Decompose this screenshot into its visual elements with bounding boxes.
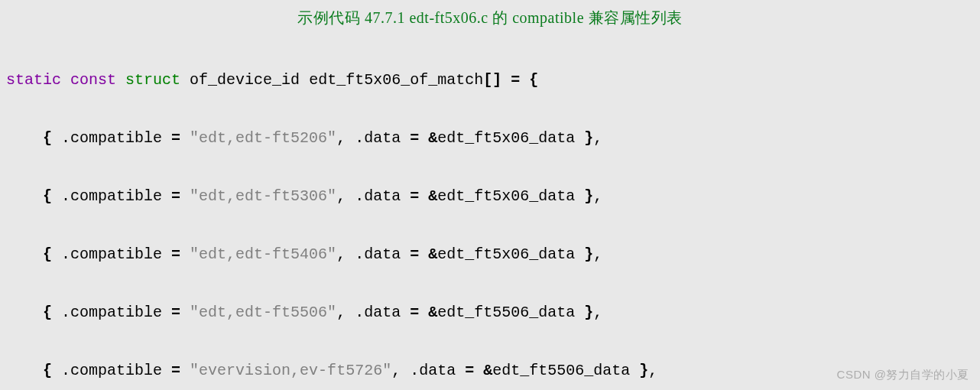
code-line-entry: { .compatible = "edt,edt-ft5206", .data …	[6, 124, 974, 153]
type-name: of_device_id	[190, 71, 300, 89]
var-name: edt_ft5x06_of_match	[309, 71, 483, 89]
code-line-entry: { .compatible = "evervision,ev-ft5726", …	[6, 356, 974, 385]
code-line-decl: static const struct of_device_id edt_ft5…	[6, 66, 974, 95]
code-line-entry: { .compatible = "edt,edt-ft5406", .data …	[6, 240, 974, 269]
code-block: static const struct of_device_id edt_ft5…	[6, 37, 974, 390]
code-line-entry: { .compatible = "edt,edt-ft5306", .data …	[6, 182, 974, 211]
kw-const: const	[70, 71, 116, 89]
code-line-entry: { .compatible = "edt,edt-ft5506", .data …	[6, 298, 974, 327]
kw-struct: struct	[125, 71, 180, 89]
brackets: []	[483, 71, 501, 89]
eq-sign: =	[501, 71, 529, 89]
code-caption: 示例代码 47.7.1 edt-ft5x06.c 的 compatible 兼容…	[6, 3, 974, 32]
brace-open: {	[529, 71, 538, 89]
watermark-text: CSDN @努力自学的小夏	[837, 364, 969, 386]
kw-static: static	[6, 71, 61, 89]
